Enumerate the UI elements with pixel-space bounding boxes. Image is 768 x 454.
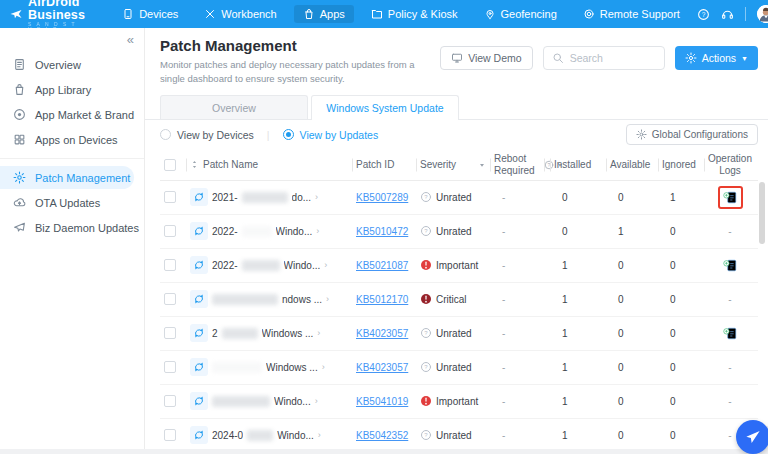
refresh-icon[interactable] (190, 392, 208, 410)
radio-label: View by Updates (300, 129, 379, 141)
row-checkbox[interactable] (164, 225, 176, 237)
row-checkbox[interactable] (164, 293, 176, 305)
patch-id-link[interactable]: KB5021087 (356, 260, 408, 271)
caret-down-icon: ▼ (741, 55, 748, 62)
patch-id-link[interactable]: KB5012170 (356, 294, 408, 305)
expand-chevron-icon[interactable]: › (315, 192, 318, 202)
refresh-icon[interactable] (190, 256, 208, 274)
patch-id-link[interactable]: KB5042352 (356, 430, 408, 441)
column-header-patch-name[interactable]: Patch Name (186, 159, 352, 171)
select-all-checkbox[interactable] (160, 159, 186, 171)
support-headset-icon[interactable] (721, 8, 734, 21)
row-checkbox[interactable] (164, 395, 176, 407)
severity-cell: ?Unrated (416, 225, 490, 237)
patch-id-link[interactable]: KB4023057 (356, 362, 408, 373)
refresh-icon[interactable] (190, 426, 208, 444)
annotation-highlight-box (718, 186, 743, 209)
brand-title: AirDroid Business (28, 0, 85, 21)
table-scrollbar[interactable] (759, 182, 765, 449)
row-checkbox[interactable] (164, 327, 176, 339)
view-demo-button[interactable]: View Demo (440, 46, 533, 70)
tab-overview[interactable]: Overview (160, 95, 308, 119)
table-body: 2021-do...›KB5007289?Unrated-0012022-Win… (160, 181, 758, 453)
refresh-icon[interactable] (190, 324, 208, 342)
operation-log-icon[interactable] (723, 258, 738, 273)
nav-item-workbench[interactable]: Workbench (195, 5, 285, 23)
refresh-icon[interactable] (190, 188, 208, 206)
tab-windows-system-update[interactable]: Windows System Update (311, 95, 459, 120)
help-icon[interactable]: ? (697, 8, 710, 21)
expand-chevron-icon[interactable]: › (317, 328, 320, 338)
row-checkbox[interactable] (164, 429, 176, 441)
radio-button[interactable] (160, 129, 171, 140)
row-checkbox[interactable] (164, 259, 176, 271)
expand-chevron-icon[interactable]: › (322, 362, 325, 372)
table-row[interactable]: 2022-Windo...›KB5010472?Unrated-010- (160, 215, 758, 249)
nav-item-policy-kiosk[interactable]: Policy & Kiosk (362, 5, 467, 23)
avatar[interactable] (757, 5, 768, 23)
sidebar-item-app-library[interactable]: App Library (0, 78, 144, 101)
refresh-icon[interactable] (190, 222, 208, 240)
svg-text:?: ? (424, 432, 428, 438)
refresh-icon[interactable] (190, 358, 208, 376)
patch-name-cell: 2022-Windo...› (186, 222, 352, 240)
column-header-severity[interactable]: Severity (416, 159, 490, 171)
expand-chevron-icon[interactable]: › (324, 260, 327, 270)
sidebar-item-ota-updates[interactable]: OTA Updates (0, 191, 144, 214)
table-row[interactable]: Windo...›KB5041019Important-100- (160, 385, 758, 419)
sidebar: « OverviewApp LibraryApp Market & BrandA… (0, 28, 145, 454)
column-header-operation-logs: Operation Logs (704, 153, 756, 176)
installed-cell: 1 (550, 260, 606, 271)
sidebar-item-overview[interactable]: Overview (0, 53, 144, 76)
table-row[interactable]: 2Windows ...›KB4023057?Unrated-100 (160, 317, 758, 351)
table-row[interactable]: 2024-0Windo...›KB5042352?Unrated-100- (160, 419, 758, 453)
radio-view-by-updates[interactable]: View by Updates (283, 129, 379, 141)
patch-id-link[interactable]: KB5041019 (356, 396, 408, 407)
nav-item-remote-support[interactable]: Remote Support (574, 5, 689, 23)
sidebar-item-apps-on-devices[interactable]: Apps on Devices (0, 128, 144, 151)
operation-log-icon[interactable] (723, 326, 738, 341)
available-cell: 0 (606, 294, 658, 305)
global-configurations-button[interactable]: Global Configurations (626, 124, 758, 145)
table-row[interactable]: 2021-do...›KB5007289?Unrated-001 (160, 181, 758, 215)
filter-caret-icon[interactable] (478, 161, 486, 169)
row-checkbox-cell (160, 293, 186, 305)
sidebar-collapse-button[interactable]: « (0, 30, 144, 51)
expand-chevron-icon[interactable]: › (318, 430, 321, 440)
sidebar-item-biz-daemon-updates[interactable]: Biz Daemon Updates (0, 216, 144, 239)
radio-view-by-devices[interactable]: View by Devices (160, 129, 254, 141)
patch-name: do... (292, 192, 311, 203)
nav-item-geofencing[interactable]: Geofencing (475, 5, 566, 23)
feedback-send-button[interactable] (736, 420, 768, 454)
search-input[interactable] (570, 52, 656, 64)
nav-item-devices[interactable]: Devices (113, 5, 187, 23)
operation-logs-cell: - (704, 396, 756, 407)
table-row[interactable]: 2022-Windo...›KB5021087Important-100 (160, 249, 758, 283)
sidebar-item-app-market-brand[interactable]: App Market & Brand (0, 103, 144, 126)
nav-label: Apps (320, 8, 345, 20)
search-box[interactable] (543, 46, 665, 70)
actions-button[interactable]: Actions ▼ (675, 46, 758, 70)
table-row[interactable]: ndows ...›KB5012170Critical-100- (160, 283, 758, 317)
row-checkbox[interactable] (164, 191, 176, 203)
table-row[interactable]: Windows ...›KB4023057?Unrated-100- (160, 351, 758, 385)
overview-icon (13, 58, 26, 71)
top-navigation-bar: AirDroid Business S A N D S T U D I O De… (0, 0, 768, 28)
nav-item-apps[interactable]: Apps (294, 5, 354, 23)
patch-id-link[interactable]: KB4023057 (356, 328, 408, 339)
refresh-icon[interactable] (190, 290, 208, 308)
patch-id-link[interactable]: KB5007289 (356, 192, 408, 203)
operation-log-icon[interactable] (723, 190, 738, 205)
expand-chevron-icon[interactable]: › (315, 396, 318, 406)
gear-icon (636, 129, 647, 140)
row-checkbox[interactable] (164, 361, 176, 373)
expand-chevron-icon[interactable]: › (326, 294, 329, 304)
paper-plane-logo-icon (10, 8, 22, 20)
expand-chevron-icon[interactable]: › (316, 226, 319, 236)
scrollbar-thumb[interactable] (759, 182, 765, 244)
radio-button[interactable] (283, 129, 294, 140)
sidebar-item-patch-management[interactable]: Patch Management (0, 166, 134, 189)
patch-id-link[interactable]: KB5010472 (356, 226, 408, 237)
sort-icon[interactable] (190, 160, 199, 169)
column-header-reboot-required[interactable]: Reboot Required (490, 153, 550, 176)
